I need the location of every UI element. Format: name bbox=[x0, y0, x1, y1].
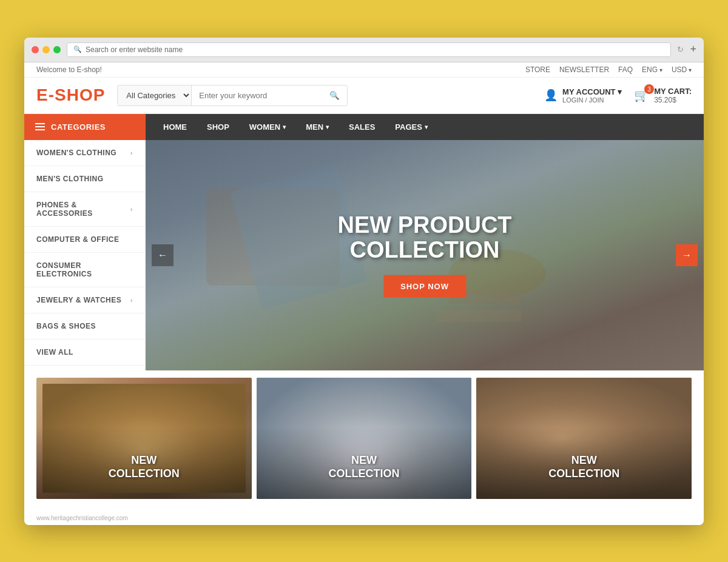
hero-section: NEW PRODUCT COLLECTION SHOP NOW ← → bbox=[146, 140, 704, 370]
user-icon: 👤 bbox=[544, 89, 558, 102]
cart-label: MY CART: bbox=[654, 87, 692, 96]
currency-selector[interactable]: USD bbox=[672, 65, 692, 74]
hamburger-icon bbox=[35, 123, 45, 130]
address-text: Search or enter website name bbox=[86, 45, 183, 54]
tile-label-3: NEW COLLECTION bbox=[548, 454, 619, 480]
cart-price: 35.20$ bbox=[654, 96, 692, 104]
sidebar-item-electronics[interactable]: CONSUMER ELECTRONICS bbox=[24, 253, 145, 287]
nav-links: HOME SHOP WOMEN▾ MEN▾ SALES PAGES▾ bbox=[146, 114, 445, 140]
hero-next-button[interactable]: → bbox=[676, 244, 698, 266]
chevron-icon: › bbox=[130, 296, 133, 304]
cart-text: MY CART: 35.20$ bbox=[654, 87, 692, 104]
chevron-icon: › bbox=[130, 149, 133, 156]
sidebar-item-jewelry[interactable]: JEWELRY & WATCHES › bbox=[24, 287, 145, 313]
collection-tile-3[interactable]: NEW COLLECTION bbox=[476, 378, 692, 499]
collection-section: NEW COLLECTION NEW COLLECTION NEW COLLEC… bbox=[24, 370, 704, 511]
search-icon: 🔍 bbox=[73, 45, 82, 53]
main-content: WOMEN'S CLOTHING › MEN'S CLOTHING PHONES… bbox=[24, 140, 704, 370]
logo[interactable]: E-SHOP bbox=[36, 85, 105, 105]
new-tab-button[interactable]: + bbox=[690, 43, 696, 56]
faq-link[interactable]: FAQ bbox=[618, 65, 633, 74]
nav-men[interactable]: MEN▾ bbox=[297, 114, 337, 140]
account-area[interactable]: 👤 MY ACCOUNT ▾ LOGIN / JOIN bbox=[544, 87, 622, 104]
nav-home[interactable]: HOME bbox=[155, 114, 195, 140]
tile-label-1: NEW COLLECTION bbox=[109, 454, 180, 480]
sidebar-item-womens-clothing[interactable]: WOMEN'S CLOTHING › bbox=[24, 140, 145, 166]
top-bar: Welcome to E-shop! STORE NEWSLETTER FAQ … bbox=[24, 62, 704, 78]
language-selector[interactable]: ENG bbox=[642, 65, 662, 74]
browser-window: 🔍 Search or enter website name ↻ + Welco… bbox=[24, 38, 704, 525]
collection-tile-1[interactable]: NEW COLLECTION bbox=[36, 378, 252, 499]
footer-bar: www.heritagechristiancollege.com bbox=[24, 511, 704, 525]
nav-women[interactable]: WOMEN▾ bbox=[241, 114, 294, 140]
logo-text: SHOP bbox=[55, 85, 105, 104]
tile-overlay-3: NEW COLLECTION bbox=[476, 378, 692, 499]
sidebar-item-mens-clothing[interactable]: MEN'S CLOTHING bbox=[24, 166, 145, 192]
cart-area[interactable]: 🛒 3 MY CART: 35.20$ bbox=[634, 87, 692, 104]
svg-rect-4 bbox=[437, 310, 522, 322]
search-area: All Categories 🔍 bbox=[117, 85, 348, 106]
sidebar-item-view-all[interactable]: VIEW ALL bbox=[24, 340, 145, 366]
welcome-text: Welcome to E-shop! bbox=[36, 65, 102, 74]
refresh-icon[interactable]: ↻ bbox=[677, 45, 684, 54]
my-account-label: MY ACCOUNT ▾ bbox=[562, 87, 622, 96]
login-join-label: LOGIN / JOIN bbox=[562, 96, 622, 104]
category-select[interactable]: All Categories bbox=[118, 85, 192, 105]
sidebar-item-phones[interactable]: PHONES & ACCESSORIES › bbox=[24, 192, 145, 227]
categories-label: CATEGORIES bbox=[51, 122, 106, 132]
cart-icon-wrap: 🛒 3 bbox=[634, 88, 649, 102]
traffic-lights bbox=[32, 46, 61, 53]
sidebar-item-bags[interactable]: BAGS & SHOES bbox=[24, 313, 145, 340]
categories-tab[interactable]: CATEGORIES bbox=[24, 114, 146, 140]
nav-bar: CATEGORIES HOME SHOP WOMEN▾ MEN▾ SALES P… bbox=[24, 114, 704, 140]
header-right: 👤 MY ACCOUNT ▾ LOGIN / JOIN 🛒 3 MY CART:… bbox=[544, 87, 692, 104]
maximize-button[interactable] bbox=[53, 46, 61, 53]
header: E-SHOP All Categories 🔍 👤 MY ACCOUNT ▾ L… bbox=[24, 78, 704, 114]
shop-now-button[interactable]: SHOP NOW bbox=[383, 275, 466, 298]
hero-prev-button[interactable]: ← bbox=[152, 244, 174, 266]
sidebar: WOMEN'S CLOTHING › MEN'S CLOTHING PHONES… bbox=[24, 140, 146, 370]
hero-content: NEW PRODUCT COLLECTION SHOP NOW bbox=[337, 212, 511, 298]
minimize-button[interactable] bbox=[42, 46, 50, 53]
tile-overlay-2: NEW COLLECTION bbox=[257, 378, 472, 499]
account-text: MY ACCOUNT ▾ LOGIN / JOIN bbox=[562, 87, 622, 104]
sidebar-item-computer[interactable]: COMPUTER & OFFICE bbox=[24, 227, 145, 253]
hero-title: NEW PRODUCT COLLECTION bbox=[337, 212, 511, 263]
nav-sales[interactable]: SALES bbox=[340, 114, 383, 140]
top-bar-right: STORE NEWSLETTER FAQ ENG USD bbox=[525, 65, 692, 74]
cart-badge: 3 bbox=[644, 84, 654, 94]
store-link[interactable]: STORE bbox=[525, 65, 550, 74]
tile-label-2: NEW COLLECTION bbox=[329, 454, 400, 480]
logo-accent: E- bbox=[36, 85, 55, 104]
nav-pages[interactable]: PAGES▾ bbox=[386, 114, 436, 140]
collection-tile-2[interactable]: NEW COLLECTION bbox=[257, 378, 472, 499]
search-button[interactable]: 🔍 bbox=[322, 86, 347, 105]
nav-shop[interactable]: SHOP bbox=[198, 114, 238, 140]
footer-url: www.heritagechristiancollege.com bbox=[36, 515, 128, 521]
browser-chrome: 🔍 Search or enter website name ↻ + bbox=[24, 38, 704, 62]
chevron-icon: › bbox=[130, 206, 133, 213]
newsletter-link[interactable]: NEWSLETTER bbox=[559, 65, 609, 74]
address-bar[interactable]: 🔍 Search or enter website name bbox=[67, 42, 671, 57]
close-button[interactable] bbox=[32, 46, 39, 53]
search-input[interactable] bbox=[192, 86, 322, 105]
tile-overlay-1: NEW COLLECTION bbox=[36, 378, 252, 499]
